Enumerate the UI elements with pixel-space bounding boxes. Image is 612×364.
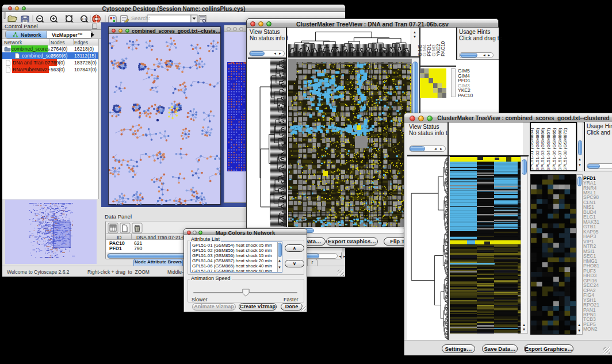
svg-text:1:1: 1:1: [82, 17, 86, 21]
